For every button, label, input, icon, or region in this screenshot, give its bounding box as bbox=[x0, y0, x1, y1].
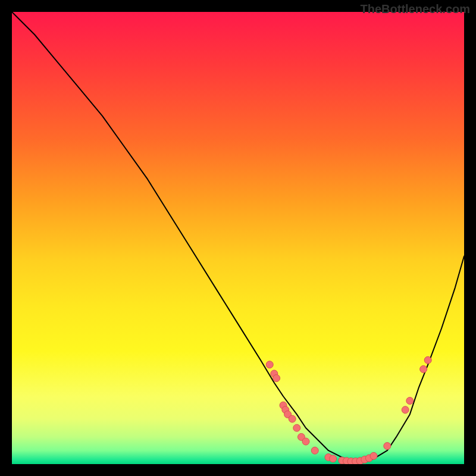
chart-marker bbox=[289, 415, 296, 422]
chart-marker bbox=[424, 356, 431, 364]
chart-marker bbox=[370, 452, 377, 459]
chart-marker bbox=[293, 424, 300, 431]
chart-marker bbox=[330, 455, 337, 462]
chart-plot-area bbox=[12, 12, 464, 464]
chart-marker bbox=[384, 443, 391, 450]
chart-svg bbox=[12, 12, 464, 464]
bottleneck-curve bbox=[12, 12, 464, 462]
chart-marker bbox=[406, 397, 414, 405]
chart-marker bbox=[402, 406, 409, 414]
chart-marker bbox=[273, 375, 280, 382]
chart-marker bbox=[266, 361, 273, 368]
chart-marker bbox=[302, 438, 309, 445]
chart-markers bbox=[266, 356, 431, 464]
chart-marker bbox=[311, 447, 318, 454]
watermark-text: TheBottleneck.com bbox=[361, 2, 470, 16]
chart-marker bbox=[420, 365, 427, 372]
